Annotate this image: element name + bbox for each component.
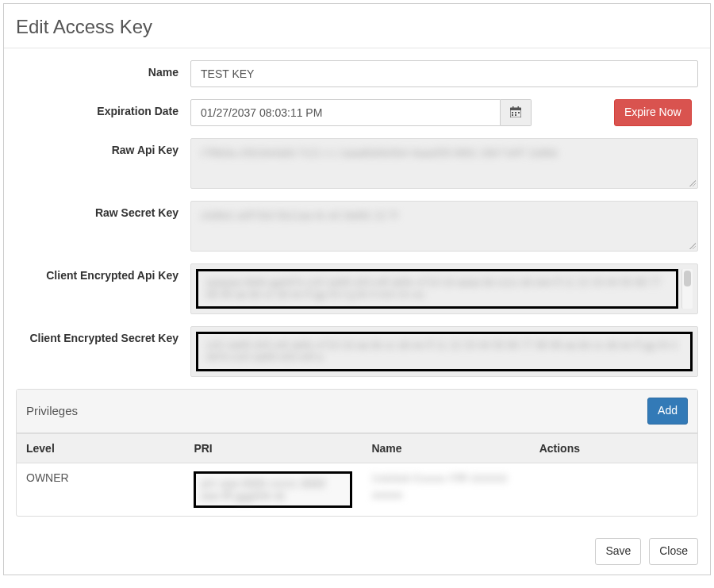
enc-api-field[interactable]: aaaaaa bbbb gg4d7e cc9 1abf0 d33 e4f ab8… [190, 263, 698, 314]
expire-now-button[interactable]: Expire Now [614, 99, 692, 126]
label-enc-api: Client Encrypted Api Key [16, 263, 190, 282]
col-name: Name [362, 433, 529, 463]
row-name: Name [16, 60, 698, 87]
calendar-icon [510, 106, 521, 120]
enc-api-scrollbar[interactable] [681, 269, 693, 309]
close-button[interactable]: Close [649, 538, 698, 565]
row-raw-api: Raw Api Key r7f8b0a c5910e4a6d 7c21 c c … [16, 138, 698, 189]
svg-rect-6 [518, 112, 520, 113]
label-expiration: Expiration Date [16, 99, 190, 117]
svg-rect-5 [515, 112, 516, 113]
name-input[interactable] [190, 60, 698, 87]
label-raw-secret: Raw Secret Key [16, 201, 190, 219]
table-row: OWNER prn aaa bbbb ccccc dddd eee fff gg… [17, 463, 697, 516]
cell-name: Dddddd Eeeee Fffff 000000 aaaaa [362, 463, 529, 516]
row-expiration: Expiration Date [16, 99, 698, 126]
col-actions: Actions [530, 433, 697, 463]
cell-pri: prn aaa bbbb ccccc dddd eee fff ggghhh i… [184, 463, 362, 516]
save-button[interactable]: Save [595, 538, 641, 565]
label-enc-secret: Client Encrypted Secret Key [16, 326, 190, 344]
enc-secret-field[interactable]: zz9 1abf0 d33 e4f ab8c e710 2d aa bb cc … [190, 326, 698, 377]
privileges-heading: Privileges Add [17, 390, 697, 433]
modal-body: Name Expiration Date [4, 48, 710, 528]
svg-rect-2 [512, 106, 514, 109]
label-raw-api: Raw Api Key [16, 138, 190, 156]
svg-rect-4 [512, 112, 513, 113]
row-enc-secret: Client Encrypted Secret Key zz9 1abf0 d3… [16, 326, 698, 377]
privileges-title: Privileges [26, 404, 78, 417]
cell-level: OWNER [17, 463, 184, 516]
modal-header: Edit Access Key [4, 4, 710, 48]
col-pri: PRI [184, 433, 362, 463]
modal-title: Edit Access Key [16, 16, 698, 38]
svg-rect-3 [518, 106, 520, 109]
svg-rect-7 [512, 114, 513, 116]
modal-footer: Save Close [4, 528, 710, 575]
cell-actions [530, 463, 697, 516]
edit-access-key-modal: Edit Access Key Name Expiration Date [3, 3, 711, 575]
raw-api-display: r7f8b0a c5910e4a6d 7c21 c c 1aaa6bb6e5b4… [190, 138, 698, 189]
row-raw-secret: Raw Secret Key c4d8e1 a0f72b3 5b11aa 4c … [16, 201, 698, 252]
table-header-row: Level PRI Name Actions [17, 433, 697, 463]
privileges-table: Level PRI Name Actions OWNER prn aaa bbb… [17, 433, 697, 516]
col-level: Level [17, 433, 184, 463]
row-enc-api: Client Encrypted Api Key aaaaaa bbbb gg4… [16, 263, 698, 314]
privileges-panel: Privileges Add Level PRI Name Actions OW… [16, 389, 698, 517]
raw-secret-display: c4d8e1 a0f72b3 5b11aa 4c e0 3dd91 22 7f [190, 201, 698, 252]
label-name: Name [16, 60, 190, 79]
add-privilege-button[interactable]: Add [647, 398, 688, 425]
expiration-input[interactable] [190, 99, 501, 126]
svg-rect-1 [510, 108, 521, 110]
calendar-button[interactable] [501, 99, 532, 126]
svg-rect-8 [515, 114, 516, 116]
